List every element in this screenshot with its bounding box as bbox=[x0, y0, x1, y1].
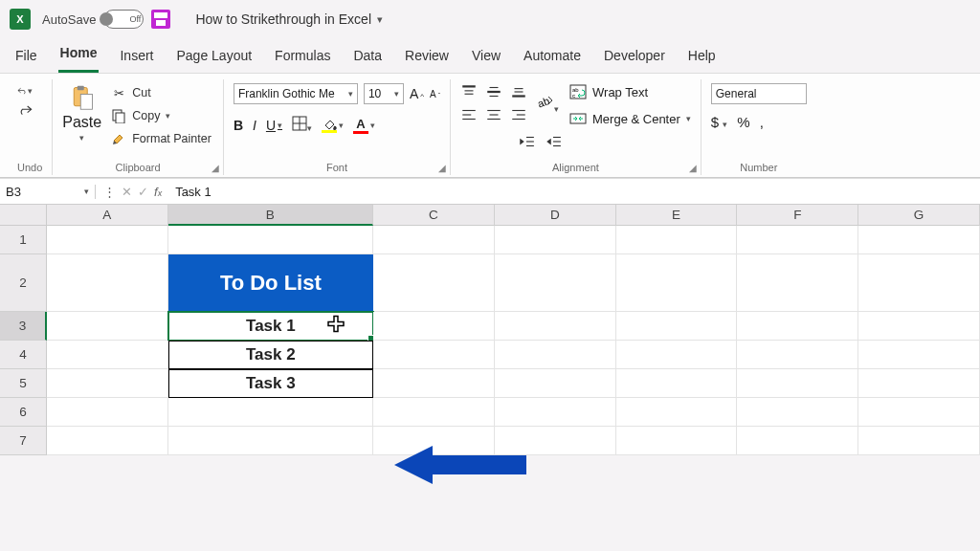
spreadsheet-grid[interactable]: A B C D E F G 1 2 To Do List 3 bbox=[0, 205, 980, 455]
cell-G5[interactable] bbox=[858, 369, 980, 398]
cell-E6[interactable] bbox=[616, 398, 738, 427]
increase-indent-button[interactable] bbox=[545, 133, 562, 154]
font-name-select[interactable]: Franklin Gothic Me▾ bbox=[234, 83, 358, 104]
cell-A4[interactable] bbox=[47, 341, 168, 369]
bold-button[interactable]: B bbox=[234, 118, 243, 133]
increase-font-button[interactable]: A^ bbox=[410, 86, 424, 101]
cut-button[interactable]: ✂ Cut bbox=[109, 83, 213, 102]
cell-B4[interactable]: Task 2 bbox=[168, 341, 374, 369]
cell-E1[interactable] bbox=[616, 226, 738, 254]
align-bottom-button[interactable] bbox=[510, 83, 529, 102]
underline-button[interactable]: U▾ bbox=[266, 118, 282, 133]
cell-F5[interactable] bbox=[737, 369, 858, 398]
number-format-select[interactable]: General bbox=[711, 83, 807, 104]
cell-G7[interactable] bbox=[858, 427, 980, 455]
clipboard-launcher-icon[interactable]: ◢ bbox=[212, 163, 219, 173]
cell-E2[interactable] bbox=[616, 254, 738, 312]
cell-B2[interactable]: To Do List bbox=[168, 254, 374, 312]
alignment-launcher-icon[interactable]: ◢ bbox=[689, 163, 697, 173]
cell-B3[interactable]: Task 1 bbox=[168, 312, 374, 341]
cell-D6[interactable] bbox=[495, 398, 616, 427]
tab-insert[interactable]: Insert bbox=[118, 42, 155, 73]
autosave-toggle[interactable]: Off bbox=[103, 10, 144, 29]
row-header-2[interactable]: 2 bbox=[0, 254, 47, 312]
tab-review[interactable]: Review bbox=[403, 42, 451, 73]
cell-G6[interactable] bbox=[858, 398, 980, 427]
decrease-font-button[interactable]: Aˇ bbox=[430, 89, 440, 99]
italic-button[interactable]: I bbox=[253, 118, 256, 133]
paste-button[interactable]: Paste ▾ bbox=[62, 83, 101, 143]
align-middle-button[interactable] bbox=[485, 83, 504, 102]
align-center-button[interactable] bbox=[485, 106, 504, 125]
font-launcher-icon[interactable]: ◢ bbox=[438, 163, 446, 173]
enter-icon[interactable]: ✓ bbox=[138, 185, 148, 199]
col-header-F[interactable]: F bbox=[737, 205, 858, 226]
col-header-C[interactable]: C bbox=[373, 205, 495, 226]
font-color-button[interactable]: A ▾ bbox=[353, 117, 375, 134]
cell-G4[interactable] bbox=[858, 341, 980, 369]
cell-F4[interactable] bbox=[737, 341, 858, 369]
cell-C1[interactable] bbox=[373, 226, 495, 254]
row-header-6[interactable]: 6 bbox=[0, 398, 47, 427]
cell-G1[interactable] bbox=[858, 226, 980, 254]
tab-file[interactable]: File bbox=[13, 42, 39, 73]
comma-format-button[interactable]: , bbox=[760, 114, 764, 130]
cell-D2[interactable] bbox=[495, 254, 616, 312]
align-left-button[interactable] bbox=[460, 106, 479, 125]
cell-C2[interactable] bbox=[373, 254, 495, 312]
select-all-corner[interactable] bbox=[0, 205, 47, 226]
cell-A7[interactable] bbox=[47, 427, 168, 455]
row-header-4[interactable]: 4 bbox=[0, 341, 47, 369]
tab-formulas[interactable]: Formulas bbox=[273, 42, 332, 73]
accounting-format-button[interactable]: $ ▾ bbox=[711, 114, 728, 130]
formula-bar-input[interactable]: Task 1 bbox=[169, 185, 212, 199]
cell-F6[interactable] bbox=[737, 398, 858, 427]
col-header-B[interactable]: B bbox=[168, 205, 374, 226]
col-header-D[interactable]: D bbox=[495, 205, 616, 226]
copy-button[interactable]: Copy ▾ bbox=[109, 106, 213, 125]
cell-G2[interactable] bbox=[858, 254, 980, 312]
cell-F1[interactable] bbox=[737, 226, 858, 254]
decrease-indent-button[interactable] bbox=[518, 133, 535, 154]
fill-color-button[interactable]: ▾ bbox=[322, 118, 344, 133]
cell-F3[interactable] bbox=[737, 312, 858, 341]
borders-button[interactable]: ▾ bbox=[292, 116, 312, 134]
cell-E7[interactable] bbox=[616, 427, 738, 455]
format-painter-button[interactable]: Format Painter bbox=[109, 129, 213, 148]
cell-B7[interactable] bbox=[168, 427, 374, 455]
save-icon[interactable] bbox=[151, 10, 170, 29]
percent-format-button[interactable]: % bbox=[737, 114, 749, 130]
merge-center-button[interactable]: Merge & Center ▾ bbox=[569, 110, 691, 127]
row-header-5[interactable]: 5 bbox=[0, 369, 47, 398]
cell-F2[interactable] bbox=[737, 254, 858, 312]
row-header-3[interactable]: 3 bbox=[0, 312, 47, 341]
cell-D5[interactable] bbox=[495, 369, 616, 398]
cell-A6[interactable] bbox=[47, 398, 168, 427]
wrap-text-button[interactable]: abc Wrap Text bbox=[569, 83, 691, 100]
cell-D1[interactable] bbox=[495, 226, 616, 254]
cell-A3[interactable] bbox=[47, 312, 168, 341]
cancel-icon[interactable]: ✕ bbox=[122, 185, 132, 199]
col-header-G[interactable]: G bbox=[858, 205, 980, 226]
cell-C5[interactable] bbox=[373, 369, 495, 398]
col-header-E[interactable]: E bbox=[616, 205, 738, 226]
row-header-7[interactable]: 7 bbox=[0, 427, 47, 455]
cell-A2[interactable] bbox=[47, 254, 168, 312]
cell-D4[interactable] bbox=[495, 341, 616, 369]
row-header-1[interactable]: 1 bbox=[0, 226, 47, 254]
orientation-button[interactable]: ab▾ bbox=[535, 93, 559, 116]
chevron-down-icon[interactable]: ▾ bbox=[377, 13, 383, 26]
tab-automate[interactable]: Automate bbox=[522, 42, 583, 73]
tab-data[interactable]: Data bbox=[351, 42, 384, 73]
tab-help[interactable]: Help bbox=[686, 42, 718, 73]
undo-button[interactable]: ▾ bbox=[17, 83, 33, 99]
cell-A5[interactable] bbox=[47, 369, 168, 398]
cell-D3[interactable] bbox=[495, 312, 616, 341]
col-header-A[interactable]: A bbox=[47, 205, 168, 226]
name-box[interactable]: B3▾ bbox=[0, 185, 96, 199]
redo-button[interactable] bbox=[17, 102, 33, 118]
cell-B6[interactable] bbox=[168, 398, 374, 427]
cell-C4[interactable] bbox=[373, 341, 495, 369]
align-right-button[interactable] bbox=[510, 106, 529, 125]
cell-C3[interactable] bbox=[373, 312, 495, 341]
